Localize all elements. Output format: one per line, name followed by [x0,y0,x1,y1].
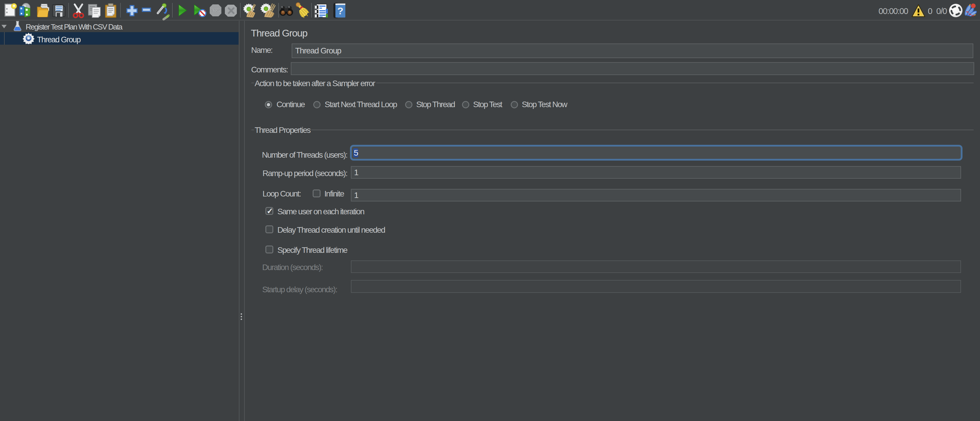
svg-text:STOP: STOP [211,8,220,12]
svg-text:?: ? [337,5,344,16]
